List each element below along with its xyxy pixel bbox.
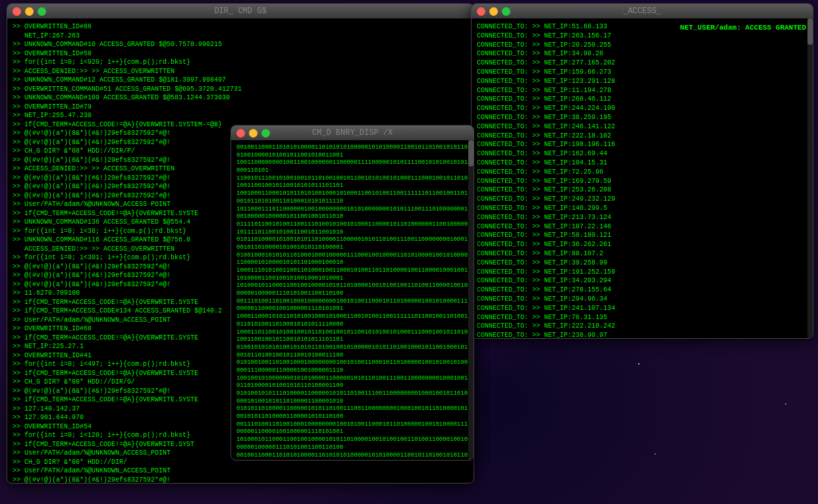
dir-cmd-line: >> ACCESS_DENIED:>> >> ACCESS_OVERWRITTE… (13, 67, 468, 76)
access-line: CONNECTED_TO: >> NET_IP:38.259.195 (477, 113, 807, 122)
binary-line: 1001000110001010110101001000101000110010… (236, 190, 468, 205)
access-content: CONNECTED_TO: >> NET_IP:51.68.133CONNECT… (472, 18, 813, 338)
access-line: CONNECTED_TO: >> NET_IP:278.155.64 (477, 286, 807, 295)
access-line: CONNECTED_TO: >> NET_IP:76.31.135 (477, 313, 807, 322)
binary-line: 0100101010101001010101101001001010000010… (236, 344, 468, 359)
access-line: CONNECTED_TO: >> NET_IP:11.194.278 (477, 86, 807, 95)
binary-title: CM_D BNRY_DISP /X (312, 128, 393, 138)
binary-line: 0011101001101001000100000000100101001100… (236, 298, 468, 313)
access-line: CONNECTED_TO: >> NET_IP:294.96.34 (477, 295, 807, 304)
access-line: CONNECTED_TO: >> NET_IP:253.26.208 (477, 186, 807, 195)
access-scrollbar-thumb[interactable] (807, 18, 813, 45)
access-minimize-button[interactable] (489, 7, 498, 16)
dir-cmd-line: >> UNKNOWN_COMMAND#109 ACCESS_GRANTED $@… (13, 93, 468, 103)
access-line: CONNECTED_TO: >> NET_IP:169.279.59 (477, 177, 807, 186)
binary-line: 1000110001010110101001000101000110010100… (236, 313, 468, 328)
binary-scrollbar[interactable] (468, 140, 474, 460)
binary-scrollbar-thumb[interactable] (468, 140, 474, 166)
binary-line: 0100100010101011010001000100000111000100… (236, 252, 468, 267)
binary-line: 1011000111011000000100100000000101010000… (236, 206, 468, 221)
access-line: CONNECTED_TO: >> NET_IP:72.25.96 (477, 168, 807, 177)
access-line: CONNECTED_TO: >> NET_IP:34.203.294 (477, 276, 807, 286)
binary-window: CM_D BNRY_DISP /X 0010011000110101010000… (231, 125, 474, 461)
access-line: CONNECTED_TO: >> NET_IP:241.107.134 (477, 304, 807, 313)
dir-cmd-line: >> OVERWRITTEN_ID#86 (13, 22, 468, 32)
binary-line: 0101001001101001000100000000100101001100… (236, 359, 468, 374)
dir-cmd-titlebar: DIR_ CMD G$ (7, 4, 474, 18)
binary-controls[interactable] (236, 129, 270, 138)
access-line: CONNECTED_TO: >> NET_IP:123.291.128 (477, 77, 807, 86)
access-line: CONNECTED_TO: >> NET_IP:88.107.2 (477, 249, 807, 259)
binary-line: 0111101100101001100111010010100101000110… (236, 221, 468, 236)
binary-line: 0101001010111010000110000010101101001110… (236, 390, 468, 405)
access-line: CONNECTED_TO: >> NET_IP:277.165.202 (477, 59, 807, 68)
dir-cmd-line: >> OVERWRITTEN_ID#79 (13, 103, 468, 112)
access-line: CONNECTED_TO: >> NET_IP:58.180.121 (477, 231, 807, 240)
access-line: CONNECTED_TO: >> NET_IP:246.141.122 (477, 122, 807, 132)
binary-line: 0010011000110101010000110101010100000101… (236, 452, 468, 461)
binary-minimize-button[interactable] (249, 129, 258, 138)
binary-line: 1001100000000100110010000001100000111100… (236, 159, 468, 174)
dir-cmd-line: >> @(#v!@)(a*)(8&*)(#&!)29efs8327592*#@! (13, 476, 468, 484)
access-title: _ACCESS_ (623, 7, 661, 16)
access-line: CONNECTED_TO: >> NET_IP:244.224.190 (477, 104, 807, 113)
binary-line: 0010011000110101010000110101010100000101… (236, 144, 468, 159)
access-line: CONNECTED_TO: >> NET_IP:187.22.146 (477, 222, 807, 232)
maximize-button[interactable] (38, 7, 46, 16)
access-window: _ACCESS_ NET_USER/adam: ACCESS GRANTED C… (471, 3, 813, 339)
dir-cmd-line: NET_IP:267.263 (13, 32, 468, 41)
dir-cmd-controls[interactable] (13, 7, 46, 16)
binary-line: 1100101110010100100101101001001011001010… (236, 175, 468, 190)
access-line: CONNECTED_TO: >> NET_IP:140.299.5 (477, 204, 807, 213)
dir-cmd-line: >> UNKNOWN_COMMAND#12 ACCESS_GRANTED $@1… (13, 76, 468, 85)
access-line: CONNECTED_TO: >> NET_IP:159.66.273 (477, 68, 807, 77)
access-close-button[interactable] (477, 7, 485, 16)
close-button[interactable] (13, 7, 21, 16)
access-maximize-button[interactable] (502, 7, 510, 16)
dir-cmd-line: >> OVERWRITTEN_COMMAND#51 ACCESS_GRANTED… (13, 85, 468, 94)
binary-line: 1000110110010100100101101001001011001010… (236, 329, 468, 344)
dir-cmd-line: >> OVERWRITTEN_ID#58 (13, 49, 468, 59)
access-line: CONNECTED_TO: >> NET_IP:198.196.116 (477, 140, 807, 149)
access-line: CONNECTED_TO: >> NET_IP:36.262.261 (477, 240, 807, 249)
dir-cmd-line: >> NET_IP:255.47.230 (13, 111, 468, 120)
access-line: CONNECTED_TO: >> NET_IP:51.68.133 (477, 22, 807, 32)
dir-cmd-title: DIR_ CMD G$ (214, 7, 266, 16)
binary-line: 1010001011000110010010000101011010000100… (236, 282, 468, 297)
binary-titlebar: CM_D BNRY_DISP /X (231, 126, 474, 140)
binary-maximize-button[interactable] (261, 129, 270, 138)
access-line: CONNECTED_TO: >> NET_IP:162.69.44 (477, 149, 807, 159)
binary-line: 0011101001101001000100000000100101001100… (236, 421, 468, 436)
binary-line: 1000111010100110011010001001100010100110… (236, 267, 468, 282)
access-line: CONNECTED_TO: >> NET_IP:39.258.99 (477, 259, 807, 268)
binary-line: 1010001011000110010010000101011010000100… (236, 436, 468, 451)
access-line: CONNECTED_TO: >> NET_IP:191.252.159 (477, 268, 807, 277)
access-controls[interactable] (477, 7, 510, 16)
access-titlebar: _ACCESS_ NET_USER/adam: ACCESS GRANTED (472, 4, 813, 18)
access-line: CONNECTED_TO: >> NET_IP:268.46.112 (477, 95, 807, 104)
dir-cmd-line: >> User/PATH/adam/%@UNKNOWN_ACCESS_POINT (13, 466, 468, 476)
access-line: CONNECTED_TO: >> NET_IP:238.90.97 (477, 331, 807, 338)
access-line: CONNECTED_TO: >> NET_IP:222.18.102 (477, 132, 807, 141)
binary-line: 0101101000010100101011010000110000010101… (236, 236, 468, 251)
dir-cmd-line: >> for({int i=0; i<920; i++}{com.p();rd.… (13, 58, 468, 67)
access-line: CONNECTED_TO: >> NET_IP:222.218.242 (477, 322, 807, 331)
access-line: CONNECTED_TO: >> NET_IP:263.156.17 (477, 32, 807, 41)
binary-close-button[interactable] (236, 129, 245, 138)
binary-line: 0101011010000110000010101101001110011000… (236, 405, 468, 420)
access-line: CONNECTED_TO: >> NET_IP:249.232.129 (477, 195, 807, 204)
access-line: CONNECTED_TO: >> NET_IP:104.15.31 (477, 159, 807, 168)
dir-cmd-line: >> UNKNOWN_COMMAND#10 ACCESS_GRANTED $@5… (13, 40, 468, 49)
minimize-button[interactable] (25, 7, 34, 16)
access-scrollbar[interactable] (807, 18, 813, 338)
binary-content: 0010011000110101010000110101010100000101… (231, 140, 474, 460)
binary-line: 1001001010000000101010000110000010101101… (236, 375, 468, 390)
access-line: CONNECTED_TO: >> NET_IP:213.73.124 (477, 213, 807, 222)
access-line: CONNECTED_TO: >> NET_IP:20.250.255 (477, 41, 807, 50)
access-line: CONNECTED_TO: >> NET_IP:34.98.26 (477, 49, 807, 59)
